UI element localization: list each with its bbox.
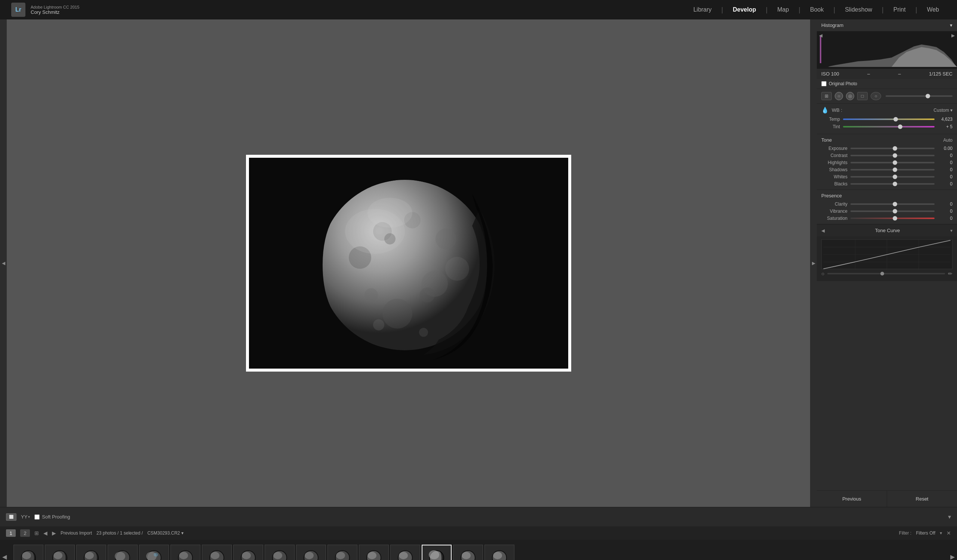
nav-book[interactable]: Book	[803, 6, 830, 13]
blacks-slider-track[interactable]	[850, 183, 935, 185]
grid-tool-icon[interactable]: ⊞	[821, 92, 832, 100]
film-thumb-12[interactable]	[359, 545, 389, 560]
filmstrip-collapse-btn[interactable]: ✕	[946, 530, 951, 536]
histogram-collapse-icon[interactable]: ▾	[950, 22, 952, 28]
film-thumb-8[interactable]	[233, 545, 263, 560]
vibrance-slider-track[interactable]	[850, 210, 935, 212]
clarity-slider-thumb[interactable]	[893, 202, 897, 207]
vibrance-slider-thumb[interactable]	[893, 209, 897, 213]
nav-develop[interactable]: Develop	[726, 6, 763, 13]
filmstrip-grid-icon[interactable]: ⊞	[35, 530, 39, 536]
original-photo-row: Original Photo	[817, 79, 957, 89]
nav-slideshow[interactable]: Slideshow	[838, 6, 879, 13]
filter-value[interactable]: Filters Off	[916, 530, 935, 536]
whites-slider-track[interactable]	[850, 176, 935, 178]
film-thumb-2[interactable]: ⊞	[45, 545, 75, 560]
contrast-slider-thumb[interactable]	[893, 153, 897, 158]
film-thumb-16[interactable]	[485, 545, 514, 560]
filmstrip-next-arrow[interactable]: ▶	[52, 530, 56, 536]
tone-curve-pen-icon[interactable]: ✏	[948, 271, 952, 277]
nav-map[interactable]: Map	[771, 6, 796, 13]
original-photo-checkbox[interactable]	[821, 81, 826, 86]
filmstrip-right-arrow[interactable]: ▶	[950, 553, 955, 560]
contrast-slider-track[interactable]	[850, 155, 935, 156]
temp-slider-track[interactable]	[843, 118, 935, 120]
previous-button[interactable]: Previous	[817, 491, 887, 507]
film-thumb-10[interactable]	[296, 545, 326, 560]
film-thumb-1[interactable]	[13, 545, 43, 560]
app-info: Adobe Lightroom CC 2015 Cory Schmitz	[31, 5, 79, 15]
filter-label: Filter :	[899, 530, 911, 536]
crop-tool-icon[interactable]: □	[857, 92, 868, 100]
tone-curve-collapse-icon[interactable]: ▾	[950, 228, 952, 233]
filename-label[interactable]: CSM30293.CR2 ▾	[147, 530, 183, 536]
left-panel-toggle[interactable]: ◀	[0, 19, 7, 507]
clarity-slider-track[interactable]	[850, 203, 935, 205]
histogram-clipping-right[interactable]: ▶	[951, 33, 955, 38]
tone-tool-thumb[interactable]	[925, 94, 930, 98]
wb-custom-value[interactable]: Custom ▾	[933, 108, 952, 113]
tone-curve-canvas[interactable]	[821, 239, 952, 269]
filmstrip-num-1[interactable]: 1	[6, 529, 16, 537]
film-thumb-11[interactable]	[327, 545, 357, 560]
saturation-slider-thumb[interactable]	[893, 216, 897, 221]
filter-dropdown-icon[interactable]: ▾	[940, 530, 942, 536]
tone-curve-collapse-left[interactable]: ◀	[821, 228, 825, 233]
filmstrip-num-2[interactable]: 2	[20, 529, 30, 537]
film-thumb-7[interactable]	[202, 545, 232, 560]
soft-proofing-checkbox[interactable]	[35, 514, 39, 520]
film-thumb-15[interactable]: ⊞	[453, 545, 483, 560]
exposure-slider-thumb[interactable]	[893, 146, 897, 151]
filmstrip-left-arrow[interactable]: ◀	[2, 553, 7, 560]
tint-slider-thumb[interactable]	[898, 125, 902, 129]
histogram-clipping-left[interactable]: ◀	[819, 33, 823, 38]
film-thumb-3[interactable]: ⊞	[76, 545, 106, 560]
filmstrip-prev-arrow[interactable]: ◀	[43, 530, 47, 536]
film-thumb-6[interactable]	[171, 545, 201, 560]
target-tool-icon[interactable]: ◎	[846, 92, 854, 100]
tone-curve-slider-thumb[interactable]	[880, 272, 884, 276]
film-thumb-4[interactable]	[108, 545, 137, 560]
nav-web[interactable]: Web	[920, 6, 946, 13]
right-panel-toggle[interactable]: ▶	[810, 19, 817, 507]
tone-curve-header[interactable]: ◀ Tone Curve ▾	[817, 224, 957, 236]
nav-print[interactable]: Print	[887, 6, 913, 13]
temp-slider-thumb[interactable]	[894, 117, 898, 121]
loupe-view-btn[interactable]: ⬜	[6, 513, 16, 521]
yx-btn[interactable]: YY ▾	[21, 514, 30, 520]
saturation-row: Saturation 0	[821, 216, 952, 221]
highlights-slider-thumb[interactable]	[893, 160, 897, 165]
film-thumb-9[interactable]	[265, 545, 295, 560]
right-arrow-icon[interactable]: ▶	[812, 260, 815, 266]
highlights-slider-track[interactable]	[850, 162, 935, 163]
tone-curve-point-tool[interactable]: ○	[821, 271, 824, 277]
vibrance-value: 0	[938, 208, 952, 214]
film-thumb-5[interactable]: ⊞✓	[139, 545, 169, 560]
shadows-slider-track[interactable]	[850, 169, 935, 170]
main-area: ◀	[0, 19, 957, 507]
left-arrow-icon[interactable]: ◀	[2, 260, 5, 266]
tint-slider-track[interactable]	[843, 126, 935, 128]
tone-curve-content: ○ ✏	[817, 236, 957, 281]
exposure-label: Exposure	[821, 146, 848, 151]
histogram-header: Histogram ▾	[817, 19, 957, 32]
film-thumb-14[interactable]	[422, 545, 452, 560]
moon-image	[315, 164, 502, 362]
filmstrip-header: 1 2 ⊞ ◀ ▶ Previous Import 23 photos / 1 …	[0, 526, 957, 540]
toolbar-dropdown-icon[interactable]: ▾	[948, 513, 951, 521]
exposure-slider-track[interactable]	[850, 148, 935, 149]
reset-button[interactable]: Reset	[887, 491, 957, 507]
tone-tool-slider[interactable]	[886, 95, 952, 97]
tone-curve-slider[interactable]	[827, 273, 945, 274]
blacks-slider-thumb[interactable]	[893, 182, 897, 186]
circle-tool-icon[interactable]: ○	[835, 92, 843, 100]
tone-auto-btn[interactable]: Auto	[943, 137, 952, 143]
saturation-slider-track[interactable]	[850, 218, 935, 219]
whites-slider-thumb[interactable]	[893, 175, 897, 179]
nav-library[interactable]: Library	[687, 6, 719, 13]
shadows-slider-thumb[interactable]	[893, 167, 897, 172]
film-thumb-13[interactable]	[390, 545, 420, 560]
wb-eyedropper-icon[interactable]: 💧	[821, 107, 829, 114]
heal-tool-icon[interactable]: ○	[871, 92, 881, 100]
svg-point-62	[368, 552, 376, 559]
